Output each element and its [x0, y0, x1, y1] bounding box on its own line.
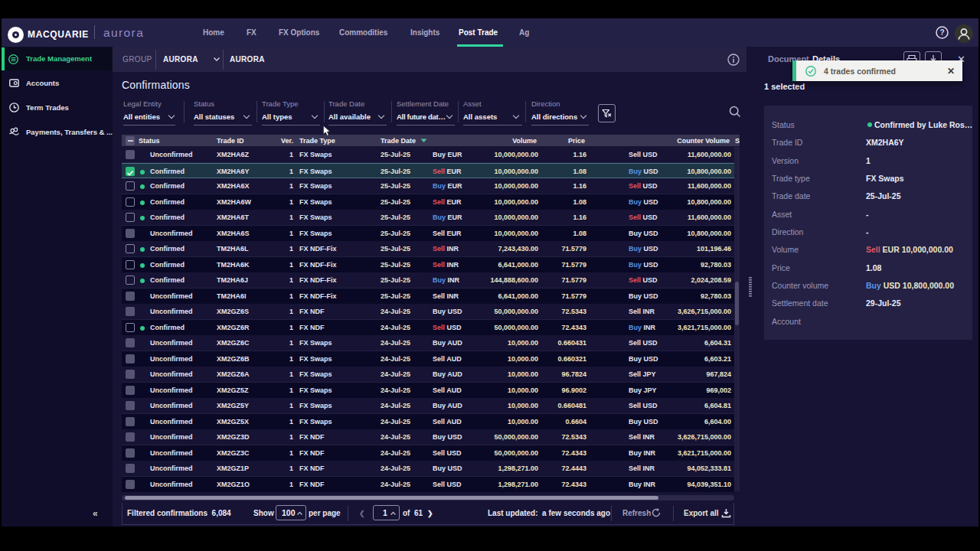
svg-text:?: ?	[939, 28, 944, 37]
